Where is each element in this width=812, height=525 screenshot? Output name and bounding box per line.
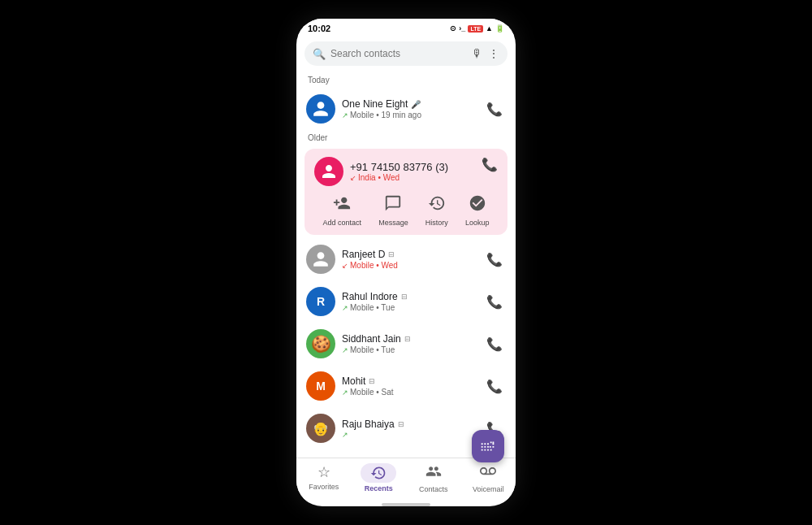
status-time: 10:02 bbox=[308, 24, 330, 33]
add-contact-button[interactable]: Add contact bbox=[323, 194, 362, 227]
call-name-siddhant: Siddhant Jain ⊟ bbox=[342, 333, 477, 345]
search-bar[interactable]: 🔍 🎙 ⋮ bbox=[304, 41, 508, 66]
call-detail-ranjeet: ↙ Mobile • Wed bbox=[342, 261, 477, 270]
add-contact-icon bbox=[333, 194, 351, 216]
mic-icon[interactable]: 🎙 bbox=[472, 47, 483, 60]
contacts-icon bbox=[425, 463, 442, 484]
home-indicator bbox=[382, 503, 430, 506]
lookup-icon bbox=[469, 194, 486, 216]
expanded-card: +91 74150 83776 (3) ↙ India • Wed 📞 Add bbox=[304, 149, 508, 235]
section-older: Older bbox=[296, 130, 516, 145]
call-button-rahul[interactable]: 📞 bbox=[483, 291, 506, 313]
history-button[interactable]: History bbox=[425, 194, 448, 227]
nav-favorites[interactable]: ☆ Favorites bbox=[296, 463, 352, 493]
call-item-rahul[interactable]: R Rahul Indore ⊟ ↗ Mobile • Tue 📞 bbox=[296, 280, 516, 323]
message-icon bbox=[384, 194, 402, 216]
call-name-rahul: Rahul Indore ⊟ bbox=[342, 291, 477, 302]
call-name-raju: Raju Bhaiya ⊟ bbox=[342, 419, 477, 430]
call-button-siddhant[interactable]: 📞 bbox=[483, 333, 506, 355]
call-name-one-nine-eight: One Nine Eight 🎤 bbox=[342, 98, 477, 110]
dialpad-fab[interactable] bbox=[472, 430, 504, 462]
battery-icon: 🔋 bbox=[495, 24, 504, 33]
section-today: Today bbox=[296, 72, 516, 88]
message-label: Message bbox=[378, 219, 408, 227]
outgoing-arrow: ↗ bbox=[342, 111, 348, 119]
add-contact-label: Add contact bbox=[323, 219, 362, 227]
call-name-ranjeet: Ranjeet D ⊟ bbox=[342, 249, 477, 260]
avatar-rahul: R bbox=[306, 287, 335, 316]
lookup-label: Lookup bbox=[465, 219, 490, 227]
call-info-rahul: Rahul Indore ⊟ ↗ Mobile • Tue bbox=[342, 291, 477, 312]
call-name-mohit: Mohit ⊟ bbox=[342, 375, 477, 387]
message-button[interactable]: Message bbox=[378, 194, 408, 227]
voicemail-icon bbox=[480, 463, 496, 484]
avatar-raju: 👴 bbox=[306, 414, 335, 443]
call-info-siddhant: Siddhant Jain ⊟ ↗ Mobile • Tue bbox=[342, 333, 477, 354]
history-icon bbox=[428, 194, 446, 216]
unknown-name: +91 74150 83776 (3) bbox=[350, 161, 475, 173]
expanded-actions: Add contact Message bbox=[314, 194, 498, 227]
history-label: History bbox=[425, 219, 448, 227]
call-info-mohit: Mohit ⊟ ↗ Mobile • Sat bbox=[342, 375, 477, 397]
badge-ranjeet: ⊟ bbox=[388, 250, 395, 258]
call-info-ranjeet: Ranjeet D ⊟ ↙ Mobile • Wed bbox=[342, 249, 477, 270]
avatar-one-nine-eight bbox=[306, 94, 335, 124]
badge-rahul: ⊟ bbox=[401, 293, 408, 301]
call-detail-mohit: ↗ Mobile • Sat bbox=[342, 388, 477, 397]
call-button-unknown[interactable]: 📞 bbox=[482, 157, 498, 172]
avatar-mohit: M bbox=[306, 371, 335, 401]
expanded-header: +91 74150 83776 (3) ↙ India • Wed 📞 bbox=[314, 157, 498, 186]
badge-raju: ⊟ bbox=[398, 420, 404, 428]
recents-icon-bg bbox=[361, 463, 396, 483]
avatar-siddhant: 🍪 bbox=[306, 329, 335, 358]
status-bar: 10:02 ⊙ ›_ LTE ▲ 🔋 bbox=[296, 19, 516, 37]
favorites-icon: ☆ bbox=[317, 463, 330, 481]
call-info-one-nine-eight: One Nine Eight 🎤 ↗ Mobile • 19 min ago bbox=[342, 98, 477, 119]
recents-label: Recents bbox=[365, 484, 393, 492]
call-item-ranjeet[interactable]: Ranjeet D ⊟ ↙ Mobile • Wed 📞 bbox=[296, 238, 516, 280]
voicematch-icon: 🎤 bbox=[411, 100, 421, 109]
phone-frame: 10:02 ⊙ ›_ LTE ▲ 🔋 🔍 🎙 ⋮ Today bbox=[296, 19, 516, 506]
nav-recents[interactable]: Recents bbox=[352, 463, 407, 493]
unknown-call-info: +91 74150 83776 (3) ↙ India • Wed bbox=[350, 161, 475, 182]
call-detail-one-nine-eight: ↗ Mobile • 19 min ago bbox=[342, 111, 477, 119]
call-item-siddhant[interactable]: 🍪 Siddhant Jain ⊟ ↗ Mobile • Tue 📞 bbox=[296, 323, 516, 365]
call-item-mohit[interactable]: M Mohit ⊟ ↗ Mobile • Sat 📞 bbox=[296, 365, 516, 407]
call-button-mohit[interactable]: 📞 bbox=[483, 375, 506, 397]
call-info-raju: Raju Bhaiya ⊟ ↗ bbox=[342, 419, 477, 439]
screenshot-icon: ›_ bbox=[459, 24, 465, 33]
status-icons: ⊙ ›_ LTE ▲ 🔋 bbox=[450, 24, 504, 33]
lookup-button[interactable]: Lookup bbox=[465, 194, 490, 227]
call-button-ranjeet[interactable]: 📞 bbox=[483, 249, 506, 271]
call-button-one-nine-eight[interactable]: 📞 bbox=[483, 98, 506, 120]
content-scroll: Today One Nine Eight 🎤 ↗ Mobile • 19 min… bbox=[296, 72, 516, 458]
signal-icon: ▲ bbox=[486, 24, 493, 33]
lte-badge: LTE bbox=[468, 25, 483, 33]
bottom-nav: ☆ Favorites Recents Contacts bbox=[296, 458, 516, 501]
more-options-icon[interactable]: ⋮ bbox=[488, 47, 499, 60]
unknown-detail: ↙ India • Wed bbox=[350, 173, 475, 182]
search-input[interactable] bbox=[330, 48, 467, 59]
call-detail-rahul: ↗ Mobile • Tue bbox=[342, 303, 477, 312]
badge-mohit: ⊟ bbox=[369, 377, 375, 385]
call-detail-siddhant: ↗ Mobile • Tue bbox=[342, 345, 477, 354]
contacts-label: Contacts bbox=[419, 485, 448, 493]
call-item-one-nine-eight[interactable]: One Nine Eight 🎤 ↗ Mobile • 19 min ago 📞 bbox=[296, 88, 516, 130]
avatar-ranjeet bbox=[306, 245, 335, 274]
nav-contacts[interactable]: Contacts bbox=[406, 463, 461, 493]
avatar-unknown bbox=[314, 157, 343, 186]
call-detail-raju: ↗ bbox=[342, 431, 477, 439]
search-icon: 🔍 bbox=[313, 48, 326, 60]
badge-siddhant: ⊟ bbox=[404, 335, 411, 343]
screen-record-icon: ⊙ bbox=[450, 24, 456, 33]
voicemail-label: Voicemail bbox=[473, 485, 504, 493]
favorites-label: Favorites bbox=[309, 483, 339, 491]
nav-voicemail[interactable]: Voicemail bbox=[461, 463, 516, 493]
